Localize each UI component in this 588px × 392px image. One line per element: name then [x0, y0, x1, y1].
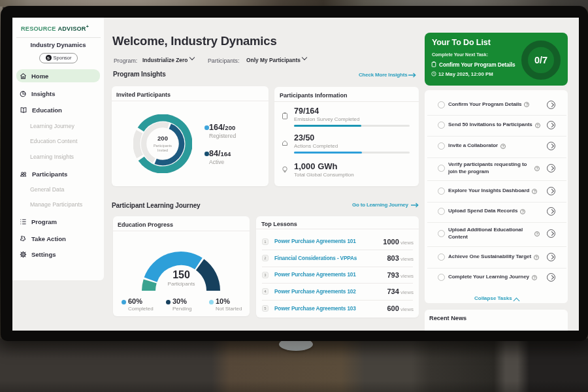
svg-text:Invited: Invited: [157, 148, 168, 152]
svg-text:200: 200: [157, 135, 168, 142]
svg-text:Participants: Participants: [153, 143, 171, 147]
